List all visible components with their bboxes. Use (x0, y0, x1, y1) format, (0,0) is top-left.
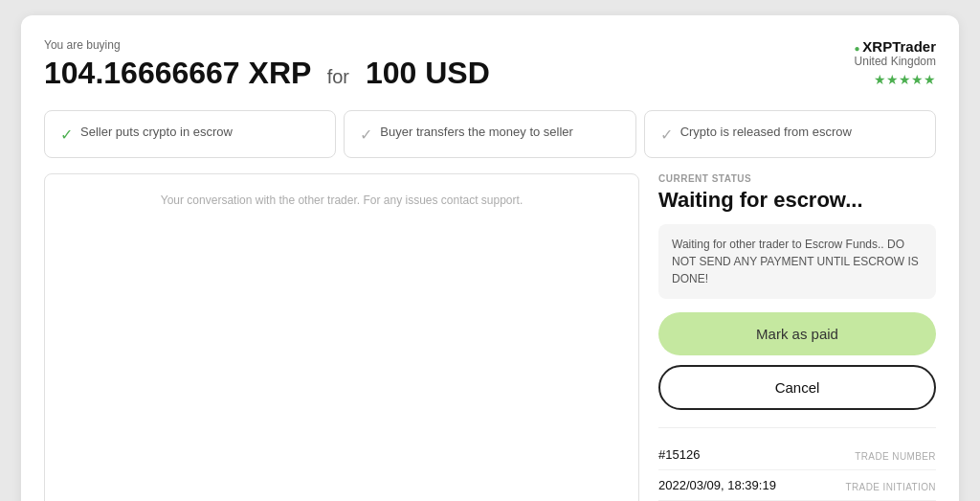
trade-number-row: #15126 TRADE NUMBER (658, 440, 936, 470)
mark-paid-button[interactable]: Mark as paid (658, 312, 936, 355)
main-container: You are buying 104.16666667 XRP for 100 … (21, 15, 959, 501)
step-2: ✓ Buyer transfers the money to seller (344, 110, 635, 158)
trade-initiation-value: 2022/03/09, 18:39:19 (658, 478, 776, 492)
trade-number-label: TRADE NUMBER (855, 451, 936, 462)
trader-name: XRPTrader (854, 38, 936, 55)
right-panel: CURRENT STATUS Waiting for escrow... Wai… (658, 173, 936, 501)
step-1-label: Seller puts crypto in escrow (80, 125, 233, 139)
buying-info: You are buying 104.16666667 XRP for 100 … (44, 38, 490, 91)
step-3-label: Crypto is released from escrow (680, 125, 852, 139)
crypto-amount: 104.16666667 XRP (44, 56, 311, 90)
top-bar: You are buying 104.16666667 XRP for 100 … (44, 38, 936, 91)
chat-placeholder-text: Your conversation with the other trader.… (45, 174, 638, 501)
trader-info: XRPTrader United Kingdom ★★★★★ (854, 38, 936, 87)
step-3-check-icon: ✓ (660, 125, 673, 144)
trade-number-value: #15126 (658, 447, 700, 462)
trade-details: #15126 TRADE NUMBER 2022/03/09, 18:39:19… (658, 427, 936, 501)
step-3: ✓ Crypto is released from escrow (644, 110, 936, 158)
trade-initiation-row: 2022/03/09, 18:39:19 TRADE INITIATION (658, 470, 936, 501)
step-2-label: Buyer transfers the money to seller (380, 125, 573, 139)
for-text: for (327, 66, 349, 87)
status-title: Waiting for escrow... (658, 188, 936, 213)
step-1-check-icon: ✓ (60, 125, 73, 144)
trader-country: United Kingdom (854, 55, 936, 68)
main-content: Your conversation with the other trader.… (44, 173, 936, 501)
step-1: ✓ Seller puts crypto in escrow (44, 110, 336, 158)
step-2-check-icon: ✓ (360, 125, 372, 144)
steps-bar: ✓ Seller puts crypto in escrow ✓ Buyer t… (44, 110, 936, 158)
buying-label: You are buying (44, 38, 490, 52)
cancel-button[interactable]: Cancel (658, 365, 936, 410)
current-status-label: CURRENT STATUS (658, 173, 936, 184)
trade-initiation-label: TRADE INITIATION (845, 482, 936, 492)
buying-amount: 104.16666667 XRP for 100 USD (44, 56, 490, 91)
trader-stars: ★★★★★ (854, 72, 936, 87)
fiat-price: 100 USD (366, 56, 490, 90)
chat-section: Your conversation with the other trader.… (44, 173, 639, 501)
escrow-warning: Waiting for other trader to Escrow Funds… (658, 224, 936, 299)
